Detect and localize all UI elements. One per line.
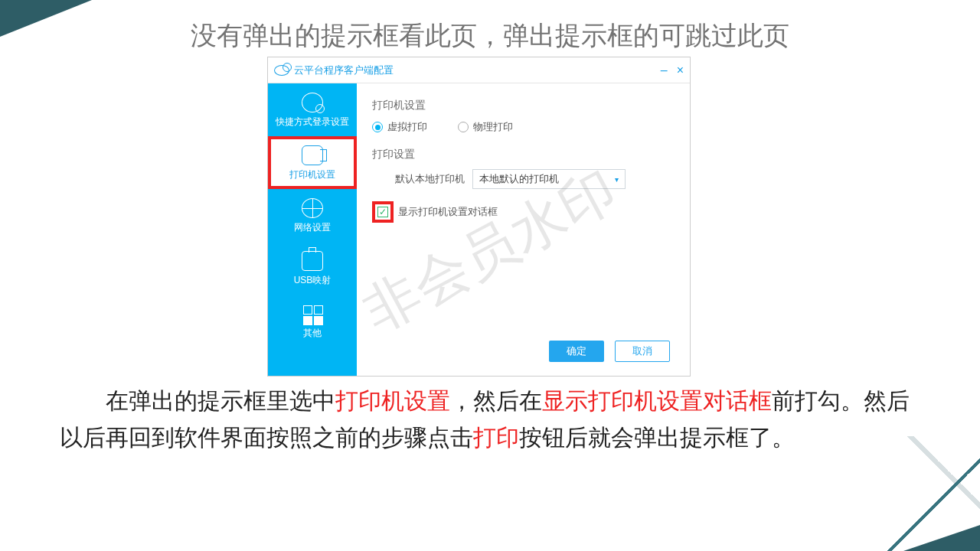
user-icon [302, 93, 323, 112]
checkbox-label: 显示打印机设置对话框 [398, 205, 498, 219]
dialog-title-text: 云平台程序客户端配置 [294, 64, 394, 77]
dialog-sidebar: 快捷方式登录设置 打印机设置 网络设置 USB映射 其他 [268, 83, 357, 376]
chevron-down-icon: ▾ [615, 175, 619, 184]
sidebar-item-label: 快捷方式登录设置 [276, 116, 349, 127]
config-dialog: 云平台程序客户端配置 – × 快捷方式登录设置 打印机设置 网络设置 USB映射 [267, 57, 691, 377]
corner-bottom-right [903, 525, 980, 551]
ok-button[interactable]: 确定 [549, 341, 604, 362]
sidebar-item-other[interactable]: 其他 [268, 295, 357, 347]
show-dialog-checkbox[interactable]: ✓ [377, 207, 388, 217]
highlight-frame: ✓ [372, 201, 394, 223]
radio-label: 物理打印 [473, 120, 513, 134]
default-printer-select[interactable]: 本地默认的打印机 ▾ [472, 169, 626, 189]
printer-icon [302, 145, 323, 165]
select-value: 本地默认的打印机 [479, 172, 559, 186]
section-title: 打印机设置 [372, 99, 675, 112]
panel-printer-settings: 打印机设置 虚拟打印 物理打印 打印设置 默认本地打印机 本地默认的打印机 ▾ [357, 83, 690, 376]
close-icon[interactable]: × [677, 64, 684, 77]
sidebar-item-usb[interactable]: USB映射 [268, 242, 357, 295]
usb-icon [302, 251, 323, 271]
sidebar-item-label: 网络设置 [294, 222, 331, 233]
sidebar-item-printer[interactable]: 打印机设置 [268, 136, 357, 189]
default-printer-label: 默认本地打印机 [395, 172, 465, 186]
cancel-button[interactable]: 取消 [615, 341, 670, 362]
grid-icon [302, 304, 323, 324]
sidebar-item-label: 打印机设置 [289, 169, 335, 180]
radio-selected-icon [372, 122, 383, 132]
sidebar-item-label: USB映射 [294, 275, 332, 285]
minimize-icon[interactable]: – [661, 64, 668, 77]
radio-unselected-icon [458, 122, 469, 132]
sidebar-item-network[interactable]: 网络设置 [268, 189, 357, 242]
radio-label: 虚拟打印 [387, 120, 427, 134]
dialog-titlebar: 云平台程序客户端配置 – × [268, 57, 690, 83]
cloud-icon [274, 65, 289, 76]
globe-icon [302, 198, 323, 218]
instruction-text: 在弹出的提示框里选中打印机设置，然后在显示打印机设置对话框前打勾。然后以后再回到… [60, 383, 919, 456]
section-title: 打印设置 [372, 148, 675, 161]
sidebar-item-label: 其他 [303, 328, 322, 338]
sidebar-item-login[interactable]: 快捷方式登录设置 [268, 83, 357, 136]
page-title: 没有弹出的提示框看此页，弹出提示框的可跳过此页 [0, 18, 980, 54]
radio-physical-print[interactable]: 物理打印 [458, 120, 513, 134]
radio-virtual-print[interactable]: 虚拟打印 [372, 120, 427, 134]
